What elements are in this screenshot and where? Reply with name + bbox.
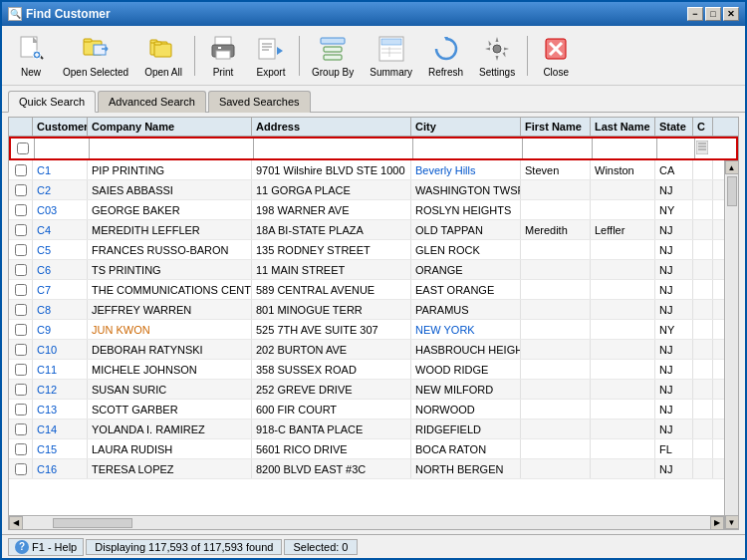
row-select-checkbox[interactable] [15, 364, 27, 376]
header-last-name[interactable]: Last Name [591, 118, 655, 136]
table-row[interactable]: C14 YOLANDA I. RAMIREZ 918-C BANTA PLACE… [9, 420, 724, 439]
row-select-checkbox[interactable] [15, 423, 27, 435]
table-row[interactable]: C5 FRANCES RUSSO-BARON 135 RODNEY STREET… [9, 240, 724, 260]
filter-first-name[interactable] [523, 139, 593, 158]
scroll-left-button[interactable]: ◀ [9, 516, 23, 530]
filter-state-input[interactable] [657, 139, 694, 158]
close-toolbar-button[interactable]: Close [533, 29, 579, 82]
row-checkbox[interactable] [9, 439, 33, 458]
row-select-checkbox[interactable] [15, 324, 27, 336]
tab-quick-search[interactable]: Quick Search [8, 91, 96, 113]
refresh-button[interactable]: Refresh [421, 29, 470, 82]
settings-button[interactable]: Settings [472, 29, 522, 82]
row-select-checkbox[interactable] [15, 224, 27, 236]
row-select-checkbox[interactable] [15, 304, 27, 316]
row-select-checkbox[interactable] [15, 204, 27, 216]
header-state[interactable]: State [655, 118, 693, 136]
row-checkbox[interactable] [9, 300, 33, 319]
new-button[interactable]: New [8, 29, 54, 82]
open-selected-button[interactable]: Open Selected [56, 29, 135, 82]
filter-city-input[interactable] [413, 139, 522, 158]
header-customer-id[interactable]: Customer ID [33, 118, 88, 136]
row-checkbox[interactable] [9, 160, 33, 179]
print-button[interactable]: Print [200, 29, 246, 82]
row-select-checkbox[interactable] [15, 404, 27, 416]
row-select-checkbox[interactable] [15, 344, 27, 356]
table-row[interactable]: C8 JEFFREY WARREN 801 MINOGUE TERR PARAM… [9, 300, 724, 320]
table-row[interactable]: C03 GEORGE BAKER 198 WARNER AVE ROSLYN H… [9, 200, 724, 220]
filter-state[interactable] [657, 139, 695, 158]
header-extra[interactable]: C [693, 118, 713, 136]
scroll-thumb-h[interactable] [53, 518, 132, 528]
scroll-down-button[interactable]: ▼ [725, 515, 739, 529]
table-row[interactable]: C4 MEREDITH LEFFLER 18A BI-STATE PLAZA O… [9, 220, 724, 240]
filter-last-input[interactable] [593, 139, 656, 158]
vertical-scrollbar[interactable]: ▲ ▼ [724, 160, 738, 529]
maximize-button[interactable]: □ [705, 7, 721, 21]
table-row[interactable]: C6 TS PRINTING 11 MAIN STREET ORANGE NJ [9, 260, 724, 280]
row-checkbox[interactable] [9, 340, 33, 359]
filter-city[interactable] [413, 139, 523, 158]
row-checkbox[interactable] [9, 400, 33, 419]
tab-saved-searches[interactable]: Saved Searches [208, 91, 311, 113]
table-row[interactable]: C15 LAURA RUDISH 5601 RICO DRIVE BOCA RA… [9, 439, 724, 459]
close-button[interactable]: ✕ [723, 7, 739, 21]
header-city[interactable]: City [411, 118, 521, 136]
cell-first-name [521, 280, 591, 299]
row-checkbox[interactable] [9, 200, 33, 219]
row-select-checkbox[interactable] [15, 244, 27, 256]
filter-company-input[interactable] [90, 139, 253, 158]
row-checkbox[interactable] [9, 260, 33, 279]
scroll-track-v[interactable] [726, 174, 738, 515]
row-checkbox[interactable] [9, 320, 33, 339]
horizontal-scrollbar[interactable]: ◀ ▶ [9, 515, 724, 529]
row-checkbox[interactable] [9, 280, 33, 299]
filter-first-input[interactable] [523, 139, 592, 158]
table-row[interactable]: C7 THE COMMUNICATIONS CENTER 589 CENTRAL… [9, 280, 724, 300]
header-company-name[interactable]: Company Name [88, 118, 252, 136]
tab-advanced-search[interactable]: Advanced Search [98, 91, 206, 113]
table-row[interactable]: C12 SUSAN SURIC 252 GREVE DRIVE NEW MILF… [9, 380, 724, 400]
row-select-checkbox[interactable] [15, 443, 27, 455]
scroll-track-h[interactable] [23, 517, 710, 529]
table-row[interactable]: C10 DEBORAH RATYNSKI 202 BURTON AVE HASB… [9, 340, 724, 360]
table-row[interactable]: C11 MICHELE JOHNSON 358 SUSSEX ROAD WOOD… [9, 360, 724, 380]
row-checkbox[interactable] [9, 420, 33, 438]
row-select-checkbox[interactable] [15, 463, 27, 475]
table-row[interactable]: C2 SAIES ABBASSI 11 GORGA PLACE WASHINGT… [9, 180, 724, 200]
filter-last-name[interactable] [593, 139, 657, 158]
filter-address-input[interactable] [254, 139, 412, 158]
row-checkbox[interactable] [9, 459, 33, 478]
row-checkbox[interactable] [9, 180, 33, 199]
row-select-checkbox[interactable] [15, 384, 27, 396]
row-checkbox[interactable] [9, 220, 33, 239]
scroll-up-button[interactable]: ▲ [725, 160, 739, 174]
header-first-name[interactable]: First Name [521, 118, 591, 136]
table-row[interactable]: C1 PIP PRINTING 9701 Wilshire BLVD STE 1… [9, 160, 724, 180]
help-section[interactable]: ? F1 - Help [8, 538, 84, 556]
table-body[interactable]: C1 PIP PRINTING 9701 Wilshire BLVD STE 1… [9, 160, 724, 515]
row-select-checkbox[interactable] [15, 264, 27, 276]
scroll-thumb-v[interactable] [727, 176, 737, 206]
select-all-checkbox[interactable] [17, 142, 29, 154]
table-row[interactable]: C13 SCOTT GARBER 600 FIR COURT NORWOOD N… [9, 400, 724, 420]
row-select-checkbox[interactable] [15, 184, 27, 196]
filter-customer-id[interactable] [35, 139, 90, 158]
filter-id-input[interactable] [35, 139, 89, 158]
open-all-button[interactable]: Open All [137, 29, 189, 82]
minimize-button[interactable]: − [687, 7, 703, 21]
filter-company[interactable] [90, 139, 254, 158]
header-address[interactable]: Address [252, 118, 411, 136]
table-row[interactable]: C16 TERESA LOPEZ 8200 BLVD EAST #3C NORT… [9, 459, 724, 479]
scroll-right-button[interactable]: ▶ [710, 516, 724, 530]
filter-address[interactable] [254, 139, 413, 158]
row-select-checkbox[interactable] [15, 164, 27, 176]
table-row[interactable]: C9 JUN KWON 525 7TH AVE SUITE 307 NEW YO… [9, 320, 724, 340]
export-button[interactable]: Export [248, 29, 294, 82]
summary-button[interactable]: Summary [363, 29, 419, 82]
group-by-button[interactable]: Group By [305, 29, 361, 82]
row-checkbox[interactable] [9, 240, 33, 259]
row-checkbox[interactable] [9, 360, 33, 379]
row-checkbox[interactable] [9, 380, 33, 399]
row-select-checkbox[interactable] [15, 284, 27, 296]
